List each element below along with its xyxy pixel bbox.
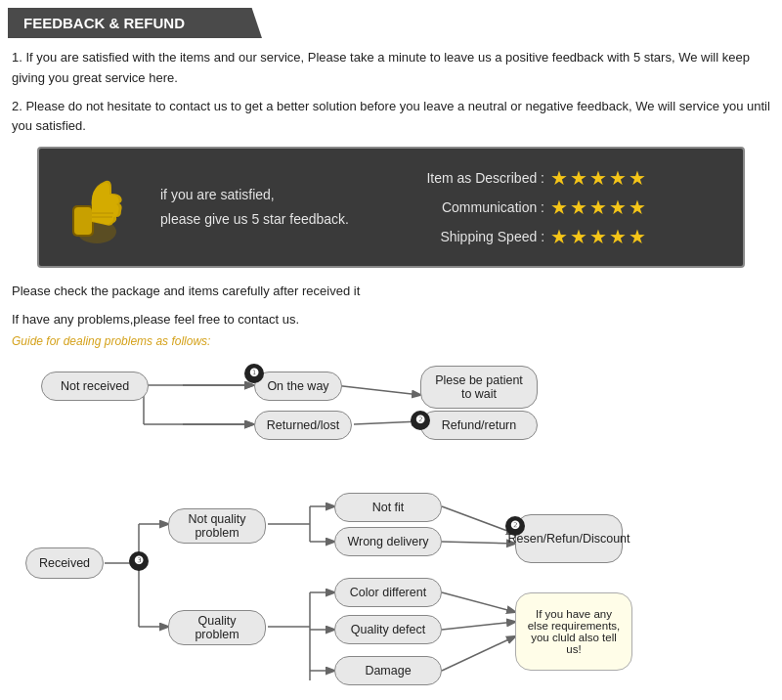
svg-line-25 [442,506,515,534]
svg-line-7 [334,385,420,395]
fb-label-shipping: Shipping Speed : [398,229,544,244]
fb-stars-section: Item as Described : ★★★★★ Communication … [398,166,646,248]
check-text-1: Please check the package and items caref… [12,282,770,302]
wrong-delivery-node: Wrong delivery [334,527,442,556]
on-the-way-node: On the way [254,372,342,401]
fb-label-communication: Communication : [398,199,544,215]
not-fit-node: Not fit [334,493,442,522]
svg-line-29 [442,636,515,671]
fb-row-shipping: Shipping Speed : ★★★★★ [398,225,646,248]
resen-node: Resen/Refun/Discount [515,514,623,563]
header-title: FEEDBACK & REFUND [23,15,185,31]
plese-wait-node: Plese be patient to wait [420,366,538,409]
returned-lost-node: Returned/lost [254,411,352,440]
intro-text-1: 1. If you are satisfied with the items a… [8,48,774,89]
stars-described: ★★★★★ [550,166,646,190]
fb-text-line1: if you are satisfied, [160,183,349,207]
feedback-left-text: if you are satisfied, please give us 5 s… [160,183,349,232]
damage-node: Damage [334,656,442,685]
svg-line-27 [442,592,515,612]
badge-2-flow2: ❷ [505,516,525,536]
quality-node: Quality problem [168,610,266,645]
guide-label: Guide for dealing problems as follows: [12,334,770,348]
check-text-2: If have any problems,please feel free to… [12,310,770,330]
header-bar: FEEDBACK & REFUND [8,8,262,38]
feedback-box: if you are satisfied, please give us 5 s… [37,147,745,268]
svg-line-26 [442,542,515,544]
intro-text-2: 2. Please do not hesitate to contact us … [8,97,774,138]
flow-diagram-1: Not received ❶ On the way Plese be patie… [12,358,774,485]
fb-row-communication: Communication : ★★★★★ [398,196,646,219]
quality-defect-node: Quality defect [334,615,442,644]
fb-row-described: Item as Described : ★★★★★ [398,166,646,190]
not-quality-node: Not quality problem [168,508,266,544]
stars-shipping: ★★★★★ [550,225,646,248]
if-else-node: If you have any else requirements, you c… [515,592,632,671]
color-different-node: Color different [334,578,442,607]
stars-communication: ★★★★★ [550,196,646,219]
svg-rect-4 [74,207,92,235]
fb-label-described: Item as Described : [398,170,544,186]
svg-line-28 [442,622,515,630]
badge-3: ❸ [129,551,149,571]
not-received-node: Not received [41,372,149,401]
fb-text-line2: please give us 5 star feedback. [160,207,349,232]
badge-2-flow1: ❷ [411,411,430,430]
refund-return-node: Refund/return [420,411,538,440]
badge-1: ❶ [244,364,264,383]
thumbs-up-icon [63,168,131,246]
received-node: Received [25,547,104,579]
flow-diagram-2: Received ❸ Not quality problem Quality p… [12,485,774,700]
